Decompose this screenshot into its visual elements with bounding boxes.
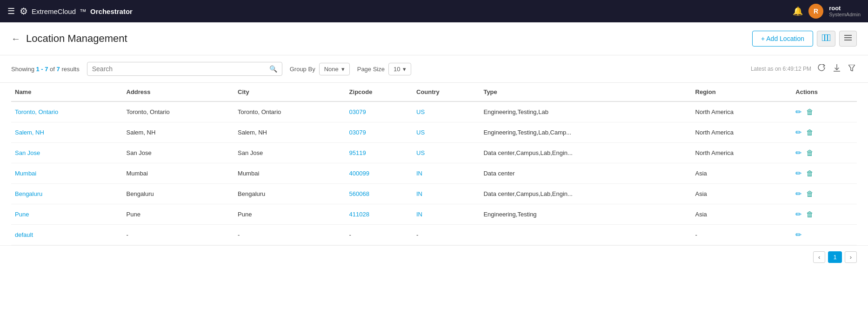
notification-icon[interactable]: 🔔 (793, 6, 803, 16)
page-size-label: Page Size (357, 66, 385, 73)
search-input[interactable] (92, 65, 269, 73)
zipcode-link[interactable]: 411028 (349, 211, 369, 218)
svg-rect-2 (828, 34, 830, 41)
cell-actions: ✏ 🗑 (792, 184, 857, 204)
group-by-select[interactable]: None ▾ (319, 63, 350, 75)
app-logo: ⚙ ExtremeCloud™ Orchestrator (20, 6, 133, 17)
zipcode-link[interactable]: 400099 (349, 170, 369, 177)
pagination: ‹ 1 › (0, 245, 868, 269)
country-link[interactable]: US (416, 129, 425, 136)
cell-name: Mumbai (11, 163, 123, 184)
chevron-down-icon: ▾ (403, 66, 406, 73)
table-row: Bengaluru Bengaluru Bengaluru 560068 IN … (11, 184, 857, 204)
group-by-area: Group By None ▾ (290, 63, 350, 75)
table-row: Salem, NH Salem, NH Salem, NH 03079 US E… (11, 122, 857, 143)
download-button[interactable] (832, 62, 842, 75)
cell-type: Data center,Campus,Lab,Engin... (480, 143, 691, 163)
cell-country: - (413, 225, 480, 245)
refresh-button[interactable] (816, 62, 827, 75)
name-link[interactable]: Mumbai (15, 170, 36, 177)
filter-button[interactable] (847, 63, 857, 75)
group-by-label: Group By (290, 66, 315, 73)
list-icon (844, 34, 852, 41)
locations-table: Name Address City Zipcode Country Type R… (11, 83, 857, 245)
cell-city: Salem, NH (234, 122, 346, 143)
delete-button[interactable]: 🗑 (806, 149, 814, 157)
svg-marker-8 (848, 65, 855, 71)
page-size-select[interactable]: 10 ▾ (388, 63, 411, 75)
svg-rect-0 (822, 34, 825, 41)
refresh-icon (818, 64, 825, 72)
country-link[interactable]: IN (416, 170, 422, 177)
page-1-button[interactable]: 1 (828, 251, 841, 263)
cell-name: default (11, 225, 123, 245)
page-header: ← Location Management + Add Location (0, 22, 868, 55)
list-view-button[interactable] (839, 31, 857, 47)
cell-country: US (413, 101, 480, 122)
delete-button[interactable]: 🗑 (806, 190, 814, 198)
cell-zipcode: 560068 (346, 184, 413, 204)
results-range: 1 - 7 (36, 66, 48, 73)
table-row: Toronto, Ontario Toronto, Ontario Toront… (11, 101, 857, 122)
country-link[interactable]: IN (416, 190, 422, 197)
edit-button[interactable]: ✏ (795, 128, 801, 137)
delete-button[interactable]: 🗑 (806, 169, 814, 178)
edit-button[interactable]: ✏ (795, 189, 801, 198)
name-link[interactable]: default (15, 231, 33, 238)
cell-city: Mumbai (234, 163, 346, 184)
cell-country: US (413, 143, 480, 163)
country-link[interactable]: IN (416, 211, 422, 218)
delete-button[interactable]: 🗑 (806, 210, 814, 219)
cell-country: IN (413, 184, 480, 204)
col-address: Address (123, 83, 234, 101)
cell-type: Data center,Campus,Lab,Engin... (480, 184, 691, 204)
delete-button[interactable]: 🗑 (806, 128, 814, 137)
cell-region: North America (692, 122, 792, 143)
search-icon[interactable]: 🔍 (269, 65, 277, 73)
col-region: Region (692, 83, 792, 101)
map-view-button[interactable] (817, 31, 835, 47)
map-icon (822, 34, 830, 41)
menu-icon[interactable]: ☰ (7, 6, 15, 16)
country-link[interactable]: US (416, 108, 425, 115)
add-location-button[interactable]: + Add Location (752, 31, 813, 47)
cell-name: San Jose (11, 143, 123, 163)
cell-name: Salem, NH (11, 122, 123, 143)
name-link[interactable]: Salem, NH (15, 129, 44, 136)
name-link[interactable]: San Jose (15, 149, 40, 156)
top-bar-left: ☰ ⚙ ExtremeCloud™ Orchestrator (7, 6, 133, 17)
cell-name: Toronto, Ontario (11, 101, 123, 122)
zipcode-link[interactable]: 03079 (349, 108, 366, 115)
delete-button[interactable]: 🗑 (806, 108, 814, 116)
group-by-value: None (324, 66, 339, 73)
cell-address: Mumbai (123, 163, 234, 184)
back-button[interactable]: ← (11, 34, 20, 44)
zipcode-link[interactable]: 95119 (349, 149, 366, 156)
name-link[interactable]: Toronto, Ontario (15, 108, 58, 115)
cell-type: Engineering,Testing (480, 204, 691, 225)
cell-actions: ✏ 🗑 (792, 101, 857, 122)
page-size-value: 10 (394, 66, 400, 73)
cell-region: Asia (692, 184, 792, 204)
zipcode-link[interactable]: 03079 (349, 129, 366, 136)
name-link[interactable]: Pune (15, 211, 29, 218)
name-link[interactable]: Bengaluru (15, 190, 42, 197)
cell-region: - (692, 225, 792, 245)
timestamp: Latest as on 6:49:12 PM (751, 66, 811, 72)
edit-button[interactable]: ✏ (795, 210, 801, 219)
user-name: root (829, 5, 861, 12)
prev-page-button[interactable]: ‹ (813, 251, 825, 263)
edit-button[interactable]: ✏ (795, 148, 801, 157)
edit-button[interactable]: ✏ (795, 108, 801, 116)
edit-button[interactable]: ✏ (795, 230, 801, 239)
country-link[interactable]: US (416, 149, 425, 156)
col-actions: Actions (792, 83, 857, 101)
zipcode-link[interactable]: 560068 (349, 190, 369, 197)
edit-button[interactable]: ✏ (795, 169, 801, 178)
cell-name: Bengaluru (11, 184, 123, 204)
next-page-button[interactable]: › (845, 251, 857, 263)
page-title: Location Management (26, 33, 127, 45)
cell-zipcode: 03079 (346, 122, 413, 143)
filter-icon (848, 65, 855, 71)
top-bar-right: 🔔 R root SystemAdmin (793, 4, 861, 19)
